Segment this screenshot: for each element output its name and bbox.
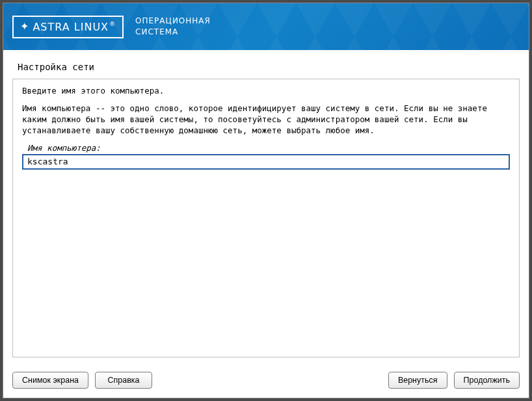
- brand-text: ASTRA LINUX®: [33, 21, 116, 33]
- instruction-primary: Введите имя этого компьютера.: [22, 86, 510, 96]
- star-icon: ✦: [20, 21, 29, 32]
- header: ✦ ASTRA LINUX® ОПЕРАЦИОННАЯ СИСТЕМА: [3, 3, 529, 50]
- page-title: Настройка сети: [3, 50, 529, 79]
- registered-icon: ®: [109, 21, 116, 27]
- hostname-label: Имя компьютера:: [22, 143, 510, 153]
- footer-spacer: [159, 372, 382, 389]
- continue-button[interactable]: Продолжить: [454, 372, 520, 389]
- hostname-input[interactable]: [22, 154, 510, 170]
- brand-logo: ✦ ASTRA LINUX®: [12, 16, 124, 38]
- installer-window: ✦ ASTRA LINUX® ОПЕРАЦИОННАЯ СИСТЕМА Наст…: [3, 3, 529, 398]
- header-subtitle: ОПЕРАЦИОННАЯ СИСТЕМА: [135, 16, 211, 38]
- back-button[interactable]: Вернуться: [388, 372, 447, 389]
- screenshot-button[interactable]: Снимок экрана: [12, 372, 88, 389]
- content-frame: Введите имя этого компьютера. Имя компью…: [12, 79, 520, 357]
- footer: Снимок экрана Справка Вернуться Продолжи…: [3, 365, 529, 398]
- subtitle-line1: ОПЕРАЦИОННАЯ: [135, 16, 211, 27]
- subtitle-line2: СИСТЕМА: [135, 27, 211, 38]
- instruction-secondary: Имя компьютера -- это одно слово, которо…: [22, 103, 510, 136]
- help-button[interactable]: Справка: [95, 372, 152, 389]
